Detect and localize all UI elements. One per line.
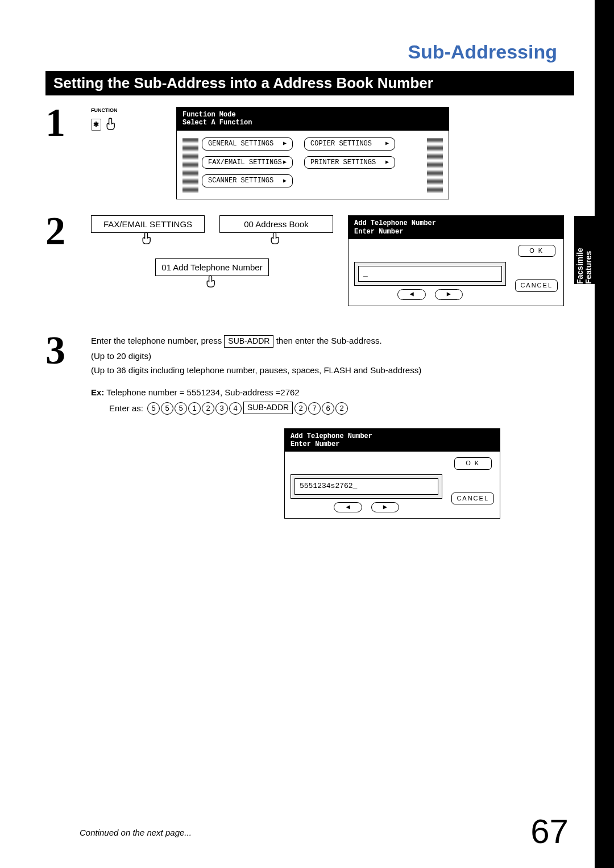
lcd-arrow-right-button[interactable]: ▶ (435, 289, 463, 300)
step3-line1b: then enter the Sub-address. (276, 336, 382, 345)
step3-line2: (Up to 20 digits) (91, 350, 574, 362)
lcd-arrow-left-button[interactable]: ◀ (334, 502, 362, 513)
sub-addr-key-inline: SUB-ADDR (243, 402, 293, 414)
lcd3-input-value[interactable]: 5551234s2762_ (294, 478, 438, 494)
lcd-arrow-right-button[interactable]: ▶ (371, 502, 399, 513)
digit-key-1: 1 (188, 402, 201, 415)
chevron-right-icon: ▶ (385, 158, 389, 166)
enter-as-row: Enter as: 5551234 SUB-ADDR 2762 (91, 402, 574, 415)
ex-label: Ex: (91, 387, 104, 397)
digit-key-2: 2 (294, 402, 307, 415)
function-key-label: FUNCTION (91, 107, 118, 114)
finger-press-icon (205, 274, 219, 291)
digit-key-3: 3 (215, 402, 228, 415)
ex-text: Telephone number = 5551234, Sub-address … (106, 387, 299, 397)
lcd3-title-line2: Enter Number (291, 440, 494, 448)
lcd-btn-general-settings[interactable]: GENERAL SETTINGS▶ (202, 137, 293, 151)
lcd2-input-value[interactable]: _ (358, 266, 502, 282)
step3-line3: (Up to 36 digits including telephone num… (91, 364, 574, 376)
page-number: 67 (530, 812, 569, 851)
side-tab-label: Facsimile Features (576, 216, 594, 284)
lcd-add-telephone-blank: Add Telephone Number Enter Number _ ◀ ▶ (348, 215, 564, 306)
lcd-btn-printer-settings[interactable]: PRINTER SETTINGS▶ (304, 156, 395, 169)
digit-key-6: 6 (322, 402, 334, 415)
chevron-right-icon: ▶ (283, 158, 287, 166)
digit-key-5: 5 (147, 402, 160, 415)
lcd1-title-line1: Function Mode (182, 111, 443, 119)
digit-key-2: 2 (335, 402, 348, 415)
step-1: 1 FUNCTION ✱ Function Mode Select A Func (45, 107, 574, 199)
step-number-1: 1 (45, 107, 91, 139)
right-register-bar (595, 0, 614, 868)
lcd-function-mode: Function Mode Select A Function GENERAL … (176, 107, 449, 199)
section-title-bar: Setting the Sub-Address into a Address B… (45, 71, 574, 95)
chevron-right-icon: ▶ (385, 140, 389, 148)
chapter-title: Sub-Addressing (45, 41, 574, 63)
asterisk-key-icon: ✱ (91, 119, 101, 131)
finger-press-icon (105, 116, 119, 133)
lcd2-title-line2: Enter Number (354, 228, 558, 236)
step-number-2: 2 (45, 215, 91, 247)
lcd-stripe-right (427, 137, 443, 193)
lcd-arrow-left-button[interactable]: ◀ (397, 289, 425, 300)
lcd2-title-line1: Add Telephone Number (354, 219, 558, 227)
lcd-btn-scanner-settings[interactable]: SCANNER SETTINGS▶ (202, 174, 293, 187)
lcd-cancel-button[interactable]: CANCEL (515, 279, 558, 291)
lcd-btn-copier-settings[interactable]: COPIER SETTINGS▶ (304, 137, 395, 151)
lcd-stripe-left (182, 137, 198, 193)
enter-as-label: Enter as: (109, 402, 143, 414)
digit-key-7: 7 (308, 402, 321, 415)
step-2: 2 FAX/EMAIL SETTINGS 00 Address Book (45, 215, 574, 306)
continued-text: Continued on the next page... (80, 828, 192, 837)
lcd-btn-faxemail-settings[interactable]: FAX/EMAIL SETTINGS▶ (202, 156, 293, 169)
digit-key-4: 4 (229, 402, 242, 415)
lcd3-title-line1: Add Telephone Number (291, 432, 494, 440)
function-key-illustration: FUNCTION ✱ (91, 107, 119, 133)
lcd-input-area: 5551234s2762_ (291, 474, 442, 498)
finger-press-icon (269, 231, 284, 248)
sub-addr-key: SUB-ADDR (224, 335, 273, 348)
lcd1-title-line2: Select A Function (182, 119, 443, 127)
lcd-ok-button[interactable]: O K (518, 245, 555, 257)
lcd-ok-button[interactable]: O K (454, 457, 492, 469)
chevron-right-icon: ▶ (283, 140, 287, 148)
step3-line1a: Enter the telephone number, press (91, 336, 224, 345)
step-3: 3 Enter the telephone number, press SUB-… (45, 335, 574, 519)
lcd-add-telephone-filled: Add Telephone Number Enter Number 555123… (284, 428, 500, 519)
step-number-3: 3 (45, 335, 91, 366)
lcd-cancel-button[interactable]: CANCEL (451, 493, 494, 504)
lcd-input-area: _ (354, 262, 506, 286)
chevron-right-icon: ▶ (283, 177, 287, 185)
digit-key-5: 5 (175, 402, 187, 415)
digit-key-2: 2 (202, 402, 214, 415)
side-chapter-tab: Facsimile Features (574, 216, 595, 284)
finger-press-icon (140, 231, 155, 248)
digit-key-5: 5 (161, 402, 173, 415)
